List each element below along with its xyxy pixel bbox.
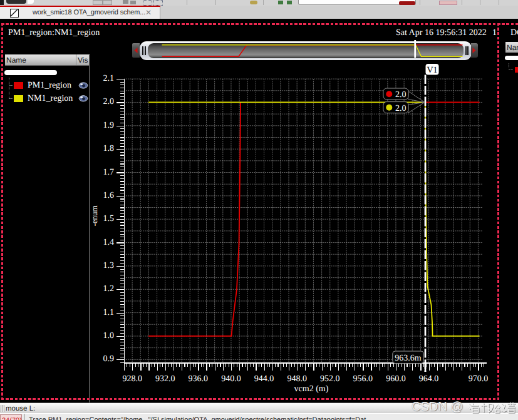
svg-text:963.6m: 963.6m	[395, 354, 422, 363]
svg-text:2.0: 2.0	[395, 90, 407, 100]
svg-text:2.0: 2.0	[395, 104, 407, 113]
svg-text:V1: V1	[427, 66, 437, 75]
